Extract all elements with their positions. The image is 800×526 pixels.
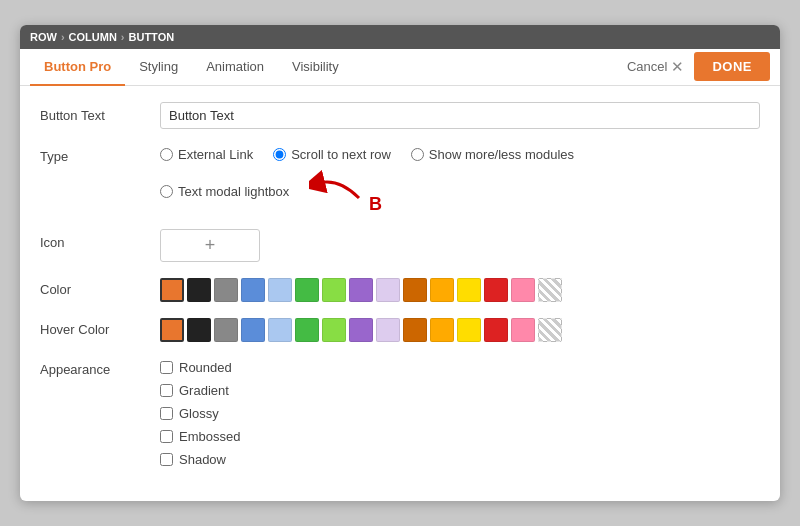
radio-show-more-less[interactable]: Show more/less modules: [411, 147, 574, 162]
hover-swatch-light-green[interactable]: [322, 318, 346, 342]
checkbox-shadow[interactable]: Shadow: [160, 452, 760, 467]
hover-color-content: [160, 316, 760, 342]
button-text-row: Button Text: [40, 102, 760, 129]
checkbox-shadow-label: Shadow: [179, 452, 226, 467]
radio-text-modal[interactable]: Text modal lightbox: [160, 184, 289, 199]
hover-swatch-pink[interactable]: [511, 318, 535, 342]
checkbox-gradient[interactable]: Gradient: [160, 383, 760, 398]
color-swatch-red[interactable]: [484, 278, 508, 302]
tab-bar: Button Pro Styling Animation Visibility …: [20, 49, 780, 86]
cancel-label: Cancel: [627, 59, 667, 74]
done-button[interactable]: DONE: [694, 52, 770, 81]
color-swatch-gray[interactable]: [214, 278, 238, 302]
color-swatch-purple[interactable]: [349, 278, 373, 302]
icon-button[interactable]: +: [160, 229, 260, 262]
panel-wrapper: ROW COLUMN BUTTON Button Pro Styling Ani…: [20, 25, 780, 501]
color-swatch-dark-orange[interactable]: [403, 278, 427, 302]
checkbox-rounded[interactable]: Rounded: [160, 360, 760, 375]
appearance-content: Rounded Gradient Glossy Embossed: [160, 356, 760, 467]
radio-text-modal-label: Text modal lightbox: [178, 184, 289, 199]
hover-swatch-purple[interactable]: [349, 318, 373, 342]
cancel-button[interactable]: Cancel ✕: [627, 58, 684, 76]
checkbox-gradient-label: Gradient: [179, 383, 229, 398]
hover-swatch-green[interactable]: [295, 318, 319, 342]
radio-scroll-next-row-input[interactable]: [273, 148, 286, 161]
breadcrumb-bar: ROW COLUMN BUTTON: [20, 25, 780, 49]
hover-color-label: Hover Color: [40, 316, 160, 337]
color-swatch-light-purple[interactable]: [376, 278, 400, 302]
breadcrumb-button[interactable]: BUTTON: [117, 31, 174, 43]
icon-content: +: [160, 229, 760, 262]
type-content: External Link Scroll to next row Show mo…: [160, 143, 760, 215]
checkbox-rounded-label: Rounded: [179, 360, 232, 375]
hover-color-swatches: [160, 316, 760, 342]
red-arrow-icon: [309, 168, 369, 208]
checkbox-embossed-input[interactable]: [160, 430, 173, 443]
hover-swatch-black[interactable]: [187, 318, 211, 342]
content-area: Button Text Type External Link Scroll to…: [20, 86, 780, 501]
color-swatch-green[interactable]: [295, 278, 319, 302]
type-label: Type: [40, 143, 160, 164]
checkbox-glossy-label: Glossy: [179, 406, 219, 421]
hover-swatch-orange[interactable]: [160, 318, 184, 342]
cancel-x-icon: ✕: [671, 58, 684, 76]
checkbox-shadow-input[interactable]: [160, 453, 173, 466]
annotation-b-label: B: [369, 194, 382, 214]
hover-swatch-amber[interactable]: [430, 318, 454, 342]
type-radio-group: External Link Scroll to next row Show mo…: [160, 143, 760, 162]
color-swatch-black[interactable]: [187, 278, 211, 302]
button-text-content: [160, 102, 760, 129]
appearance-row: Appearance Rounded Gradient Glossy: [40, 356, 760, 467]
checkbox-embossed-label: Embossed: [179, 429, 240, 444]
checkbox-glossy[interactable]: Glossy: [160, 406, 760, 421]
hover-swatch-dark-orange[interactable]: [403, 318, 427, 342]
radio-text-modal-input[interactable]: [160, 185, 173, 198]
color-swatch-transparent[interactable]: [538, 278, 562, 302]
hover-swatch-transparent[interactable]: [538, 318, 562, 342]
radio-external-link-label: External Link: [178, 147, 253, 162]
breadcrumb-column[interactable]: COLUMN: [57, 31, 117, 43]
color-swatch-pink[interactable]: [511, 278, 535, 302]
hover-swatch-yellow[interactable]: [457, 318, 481, 342]
tab-button-pro[interactable]: Button Pro: [30, 49, 125, 86]
checkbox-glossy-input[interactable]: [160, 407, 173, 420]
color-row: Color: [40, 276, 760, 302]
hover-swatch-blue[interactable]: [241, 318, 265, 342]
radio-scroll-next-row[interactable]: Scroll to next row: [273, 147, 391, 162]
tab-visibility[interactable]: Visibility: [278, 49, 353, 86]
appearance-checkbox-group: Rounded Gradient Glossy Embossed: [160, 356, 760, 467]
hover-swatch-light-purple[interactable]: [376, 318, 400, 342]
button-text-input[interactable]: [160, 102, 760, 129]
color-swatch-blue[interactable]: [241, 278, 265, 302]
color-label: Color: [40, 276, 160, 297]
tab-animation[interactable]: Animation: [192, 49, 278, 86]
tab-actions: Cancel ✕ DONE: [627, 52, 770, 81]
breadcrumb-row[interactable]: ROW: [30, 31, 57, 43]
radio-external-link-input[interactable]: [160, 148, 173, 161]
hover-color-row: Hover Color: [40, 316, 760, 342]
arrow-annotation: B: [309, 168, 382, 215]
hover-swatch-red[interactable]: [484, 318, 508, 342]
color-content: [160, 276, 760, 302]
radio-external-link[interactable]: External Link: [160, 147, 253, 162]
color-swatch-light-blue[interactable]: [268, 278, 292, 302]
color-swatch-orange[interactable]: [160, 278, 184, 302]
radio-scroll-next-row-label: Scroll to next row: [291, 147, 391, 162]
type-second-row: Text modal lightbox: [160, 168, 760, 215]
radio-show-more-less-label: Show more/less modules: [429, 147, 574, 162]
hover-swatch-light-blue[interactable]: [268, 318, 292, 342]
icon-label: Icon: [40, 229, 160, 250]
tab-styling[interactable]: Styling: [125, 49, 192, 86]
button-text-label: Button Text: [40, 102, 160, 123]
checkbox-embossed[interactable]: Embossed: [160, 429, 760, 444]
hover-swatch-gray[interactable]: [214, 318, 238, 342]
type-row: Type External Link Scroll to next row Sh…: [40, 143, 760, 215]
appearance-label: Appearance: [40, 356, 160, 377]
color-swatch-yellow[interactable]: [457, 278, 481, 302]
checkbox-rounded-input[interactable]: [160, 361, 173, 374]
radio-show-more-less-input[interactable]: [411, 148, 424, 161]
color-swatch-light-green[interactable]: [322, 278, 346, 302]
checkbox-gradient-input[interactable]: [160, 384, 173, 397]
color-swatch-amber[interactable]: [430, 278, 454, 302]
icon-row: Icon +: [40, 229, 760, 262]
